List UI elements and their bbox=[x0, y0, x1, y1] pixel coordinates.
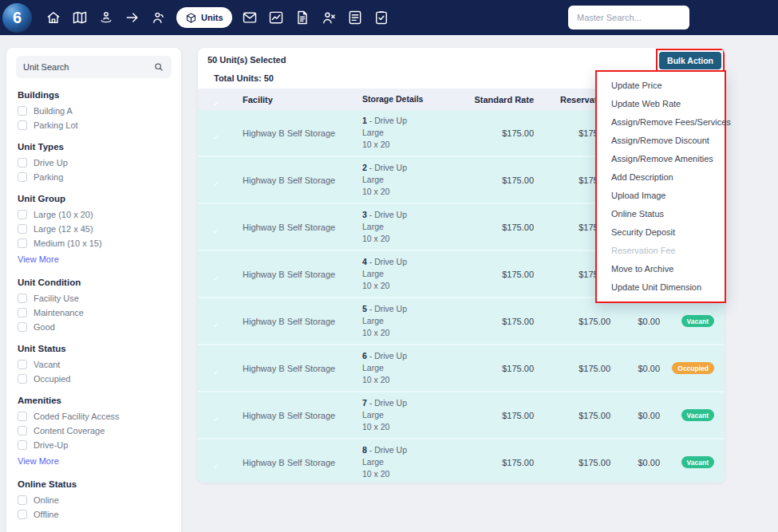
customers-icon[interactable] bbox=[150, 9, 168, 26]
filter-drive-up-amenity[interactable]: Drive-Up bbox=[18, 440, 172, 450]
checkbox-icon[interactable] bbox=[18, 120, 27, 130]
checkbox-icon[interactable] bbox=[18, 294, 27, 303]
menu-item-upload-image[interactable]: Upload Image bbox=[597, 187, 725, 205]
reports-icon[interactable] bbox=[267, 9, 285, 26]
header-storage-details: Storage Details bbox=[362, 93, 468, 105]
deposit-cell: $0.00 bbox=[610, 364, 660, 373]
filter-vacant[interactable]: Vacant bbox=[18, 360, 172, 369]
storage-details-cell: 8 - Drive UpLarge10 x 20 bbox=[362, 444, 468, 480]
storage-details-cell: 7 - Drive UpLarge10 x 20 bbox=[362, 397, 468, 433]
checkbox-icon[interactable] bbox=[18, 172, 27, 182]
filter-label: Vacant bbox=[34, 360, 60, 369]
filter-maintenance[interactable]: Maintenance bbox=[18, 308, 172, 317]
menu-item-update-price[interactable]: Update Price bbox=[597, 77, 725, 95]
bulk-action-button[interactable]: Bulk Action bbox=[659, 52, 721, 69]
standard-rate-cell: $175.00 bbox=[468, 175, 534, 185]
filter-label: Occupied bbox=[34, 374, 70, 384]
menu-item-reservation-fee: Reservation Fee bbox=[597, 242, 725, 260]
checkbox-icon[interactable] bbox=[18, 322, 27, 332]
view-more-unit-group[interactable]: View More bbox=[18, 254, 59, 264]
checkbox-icon[interactable] bbox=[18, 510, 27, 519]
filter-parking-lot[interactable]: Parking Lot bbox=[18, 120, 172, 130]
filter-online[interactable]: Online bbox=[18, 495, 172, 505]
status-badge: Vacant bbox=[681, 409, 714, 421]
filter-large-12x45[interactable]: Large (12 x 45) bbox=[18, 224, 172, 234]
filter-building-a[interactable]: Building A bbox=[18, 106, 172, 116]
standard-rate-cell: $175.00 bbox=[468, 364, 534, 373]
reservation-rate-cell: $175.00 bbox=[534, 317, 610, 326]
checkbox-icon[interactable] bbox=[18, 412, 27, 421]
checkbox-icon[interactable] bbox=[18, 426, 27, 435]
unit-search-box[interactable] bbox=[16, 56, 172, 78]
filter-offline[interactable]: Offline bbox=[18, 510, 172, 519]
checkbox-icon[interactable] bbox=[18, 308, 27, 317]
annotation-highlight-bulk-button: Bulk Action bbox=[656, 49, 725, 73]
checkbox-icon[interactable] bbox=[18, 158, 27, 167]
menu-item-assign-remove-amenities[interactable]: Assign/Remove Amenities bbox=[597, 150, 725, 168]
section-title-unit-condition: Unit Condition bbox=[18, 278, 172, 287]
unit-search-input[interactable] bbox=[23, 62, 153, 72]
checkbox-icon[interactable] bbox=[18, 210, 27, 219]
facility-cell: Highway B Self Storage bbox=[243, 411, 362, 420]
menu-item-assign-remove-fees-services[interactable]: Assign/Remove Fees/Services bbox=[597, 113, 725, 132]
storage-details-cell: 5 - Drive UpLarge10 x 20 bbox=[362, 303, 468, 339]
checkbox-icon[interactable] bbox=[18, 440, 27, 450]
reservation-rate-cell: $175.00 bbox=[534, 411, 610, 420]
menu-item-update-unit-dimension[interactable]: Update Unit Dimension bbox=[597, 278, 725, 297]
section-title-unit-status: Unit Status bbox=[18, 344, 172, 353]
filter-label: Medium (10 x 15) bbox=[34, 238, 102, 248]
view-more-amenities[interactable]: View More bbox=[18, 456, 59, 466]
filter-large-10x20[interactable]: Large (10 x 20) bbox=[18, 210, 172, 219]
filter-parking[interactable]: Parking bbox=[18, 172, 172, 182]
cube-icon bbox=[185, 12, 197, 24]
facility-cell: Highway B Self Storage bbox=[243, 270, 362, 279]
menu-item-move-to-archive[interactable]: Move to Archive bbox=[597, 260, 725, 278]
notes-icon[interactable] bbox=[346, 9, 364, 26]
menu-item-online-status[interactable]: Online Status bbox=[597, 205, 725, 223]
storage-details-cell: 6 - Drive UpLarge10 x 20 bbox=[362, 350, 468, 386]
checkbox-icon[interactable] bbox=[18, 106, 27, 116]
checkbox-icon[interactable] bbox=[18, 360, 27, 369]
documents-icon[interactable] bbox=[294, 9, 311, 26]
map-icon[interactable] bbox=[71, 9, 89, 26]
tab-units-label: Units bbox=[201, 13, 223, 22]
filter-occupied[interactable]: Occupied bbox=[18, 374, 172, 384]
filter-facility-use[interactable]: Facility Use bbox=[18, 294, 172, 303]
tab-units[interactable]: Units bbox=[176, 7, 232, 28]
header-facility: Facility bbox=[243, 95, 362, 104]
top-navbar: 6 Units bbox=[0, 0, 778, 35]
menu-item-assign-remove-discount[interactable]: Assign/Remove Discount bbox=[597, 132, 725, 150]
deposit-cell: $0.00 bbox=[610, 317, 660, 326]
checkbox-icon[interactable] bbox=[18, 495, 27, 505]
filter-good[interactable]: Good bbox=[18, 322, 172, 332]
standard-rate-cell: $175.00 bbox=[468, 270, 534, 279]
header-standard-rate: Standard Rate bbox=[468, 95, 534, 104]
member-access-icon[interactable] bbox=[97, 9, 115, 26]
status-badge: Vacant bbox=[681, 315, 714, 327]
menu-item-add-description[interactable]: Add Description bbox=[597, 168, 725, 187]
section-title-online-status: Online Status bbox=[18, 479, 172, 489]
checkbox-icon[interactable] bbox=[18, 224, 27, 234]
nav-icon-group: Units bbox=[45, 7, 390, 28]
section-title-amenities: Amenities bbox=[18, 396, 172, 405]
filter-medium-10x15[interactable]: Medium (10 x 15) bbox=[18, 238, 172, 248]
filter-label: Coded Facility Access bbox=[34, 412, 120, 421]
menu-item-update-web-rate[interactable]: Update Web Rate bbox=[597, 95, 725, 113]
messages-icon[interactable] bbox=[241, 9, 259, 26]
reservation-rate-cell: $175.00 bbox=[534, 364, 610, 373]
tasks-icon[interactable] bbox=[373, 9, 390, 26]
table-row: Highway B Self Storage 8 - Drive UpLarge… bbox=[198, 439, 725, 483]
home-icon[interactable] bbox=[45, 9, 62, 26]
filter-content-coverage[interactable]: Content Coverage bbox=[18, 426, 172, 435]
filter-drive-up[interactable]: Drive Up bbox=[18, 158, 172, 167]
move-out-user-icon[interactable] bbox=[320, 9, 338, 26]
menu-item-security-deposit[interactable]: Security Deposit bbox=[597, 223, 725, 242]
filter-coded-facility-access[interactable]: Coded Facility Access bbox=[18, 412, 172, 421]
app-logo[interactable]: 6 bbox=[2, 3, 32, 33]
checkbox-icon[interactable] bbox=[18, 374, 27, 384]
deposit-cell: $0.00 bbox=[610, 458, 660, 467]
master-search-input[interactable] bbox=[568, 6, 689, 30]
move-in-arrow-icon[interactable] bbox=[124, 9, 141, 26]
filter-label: Offline bbox=[34, 510, 59, 519]
checkbox-icon[interactable] bbox=[18, 238, 27, 248]
